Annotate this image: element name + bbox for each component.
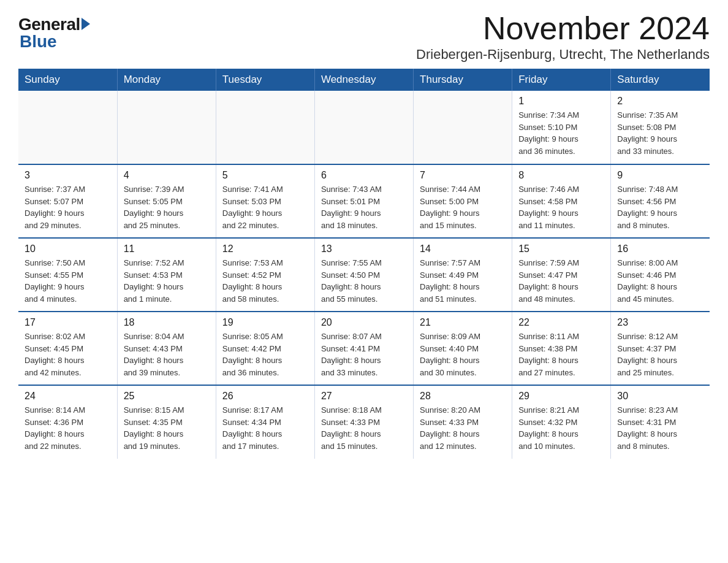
day-number: 28 <box>420 391 506 402</box>
day-number: 26 <box>222 391 308 402</box>
calendar-cell: 7Sunrise: 7:44 AMSunset: 5:00 PMDaylight… <box>414 164 512 238</box>
calendar-cell: 29Sunrise: 8:21 AMSunset: 4:32 PMDayligh… <box>512 385 611 459</box>
calendar-cell: 16Sunrise: 8:00 AMSunset: 4:46 PMDayligh… <box>611 238 710 312</box>
calendar-cell: 14Sunrise: 7:57 AMSunset: 4:49 PMDayligh… <box>414 238 512 312</box>
day-info: Sunrise: 8:15 AMSunset: 4:35 PMDaylight:… <box>124 404 210 452</box>
day-number: 23 <box>617 317 703 328</box>
day-number: 24 <box>25 391 111 402</box>
day-info: Sunrise: 7:48 AMSunset: 4:56 PMDaylight:… <box>617 183 703 231</box>
month-title: November 2024 <box>416 12 710 44</box>
day-info: Sunrise: 7:46 AMSunset: 4:58 PMDaylight:… <box>518 183 604 231</box>
weekday-header-monday: Monday <box>117 69 216 91</box>
day-number: 3 <box>25 170 111 181</box>
day-number: 17 <box>25 317 111 328</box>
day-info: Sunrise: 8:12 AMSunset: 4:37 PMDaylight:… <box>617 331 703 378</box>
day-number: 19 <box>222 317 308 328</box>
day-number: 18 <box>124 317 210 328</box>
calendar-cell: 13Sunrise: 7:55 AMSunset: 4:50 PMDayligh… <box>314 238 413 312</box>
calendar-cell: 18Sunrise: 8:04 AMSunset: 4:43 PMDayligh… <box>117 312 216 385</box>
calendar-cell: 27Sunrise: 8:18 AMSunset: 4:33 PMDayligh… <box>314 385 413 459</box>
day-number: 14 <box>420 243 506 255</box>
day-number: 27 <box>321 391 407 402</box>
calendar-cell: 8Sunrise: 7:46 AMSunset: 4:58 PMDaylight… <box>512 164 611 238</box>
day-number: 20 <box>321 317 407 328</box>
day-info: Sunrise: 8:21 AMSunset: 4:32 PMDaylight:… <box>518 404 604 452</box>
calendar-cell: 25Sunrise: 8:15 AMSunset: 4:35 PMDayligh… <box>117 385 216 459</box>
header: General Blue November 2024 Driebergen-Ri… <box>18 12 710 63</box>
day-info: Sunrise: 7:44 AMSunset: 5:00 PMDaylight:… <box>420 183 506 231</box>
calendar-cell: 21Sunrise: 8:09 AMSunset: 4:40 PMDayligh… <box>414 312 512 385</box>
calendar-cell: 23Sunrise: 8:12 AMSunset: 4:37 PMDayligh… <box>611 312 710 385</box>
day-info: Sunrise: 7:34 AMSunset: 5:10 PMDaylight:… <box>518 109 604 157</box>
day-number: 6 <box>321 170 407 181</box>
day-info: Sunrise: 8:05 AMSunset: 4:42 PMDaylight:… <box>222 331 308 378</box>
day-info: Sunrise: 8:02 AMSunset: 4:45 PMDaylight:… <box>25 331 111 378</box>
day-info: Sunrise: 7:35 AMSunset: 5:08 PMDaylight:… <box>617 109 703 157</box>
title-block: November 2024 Driebergen-Rijsenburg, Utr… <box>416 12 710 63</box>
calendar-week-row: 17Sunrise: 8:02 AMSunset: 4:45 PMDayligh… <box>18 312 710 385</box>
weekday-header-row: SundayMondayTuesdayWednesdayThursdayFrid… <box>18 69 710 91</box>
day-info: Sunrise: 8:14 AMSunset: 4:36 PMDaylight:… <box>25 404 111 452</box>
weekday-header-wednesday: Wednesday <box>314 69 413 91</box>
calendar-cell: 5Sunrise: 7:41 AMSunset: 5:03 PMDaylight… <box>216 164 314 238</box>
calendar-cell: 28Sunrise: 8:20 AMSunset: 4:33 PMDayligh… <box>414 385 512 459</box>
day-info: Sunrise: 7:50 AMSunset: 4:55 PMDaylight:… <box>25 257 111 305</box>
day-info: Sunrise: 8:23 AMSunset: 4:31 PMDaylight:… <box>617 404 703 452</box>
calendar-body: 1Sunrise: 7:34 AMSunset: 5:10 PMDaylight… <box>18 91 710 459</box>
day-info: Sunrise: 7:52 AMSunset: 4:53 PMDaylight:… <box>124 257 210 305</box>
calendar-cell: 9Sunrise: 7:48 AMSunset: 4:56 PMDaylight… <box>611 164 710 238</box>
day-info: Sunrise: 8:00 AMSunset: 4:46 PMDaylight:… <box>617 257 703 305</box>
day-number: 2 <box>617 96 703 107</box>
day-info: Sunrise: 8:04 AMSunset: 4:43 PMDaylight:… <box>124 331 210 378</box>
day-info: Sunrise: 8:09 AMSunset: 4:40 PMDaylight:… <box>420 331 506 378</box>
calendar-cell: 17Sunrise: 8:02 AMSunset: 4:45 PMDayligh… <box>18 312 117 385</box>
calendar-week-row: 24Sunrise: 8:14 AMSunset: 4:36 PMDayligh… <box>18 385 710 459</box>
day-number: 5 <box>222 170 308 181</box>
day-number: 9 <box>617 170 703 181</box>
calendar-week-row: 1Sunrise: 7:34 AMSunset: 5:10 PMDaylight… <box>18 91 710 164</box>
calendar-cell: 24Sunrise: 8:14 AMSunset: 4:36 PMDayligh… <box>18 385 117 459</box>
day-info: Sunrise: 7:59 AMSunset: 4:47 PMDaylight:… <box>518 257 604 305</box>
day-info: Sunrise: 7:41 AMSunset: 5:03 PMDaylight:… <box>222 183 308 231</box>
day-number: 29 <box>518 391 604 402</box>
calendar-cell: 4Sunrise: 7:39 AMSunset: 5:05 PMDaylight… <box>117 164 216 238</box>
weekday-header-sunday: Sunday <box>18 69 117 91</box>
weekday-header-thursday: Thursday <box>414 69 512 91</box>
calendar-cell: 3Sunrise: 7:37 AMSunset: 5:07 PMDaylight… <box>18 164 117 238</box>
calendar-cell <box>216 91 314 164</box>
day-info: Sunrise: 8:18 AMSunset: 4:33 PMDaylight:… <box>321 404 407 452</box>
calendar-cell: 26Sunrise: 8:17 AMSunset: 4:34 PMDayligh… <box>216 385 314 459</box>
calendar-header: SundayMondayTuesdayWednesdayThursdayFrid… <box>18 69 710 91</box>
calendar-table: SundayMondayTuesdayWednesdayThursdayFrid… <box>18 69 710 459</box>
day-number: 16 <box>617 243 703 255</box>
calendar-cell: 15Sunrise: 7:59 AMSunset: 4:47 PMDayligh… <box>512 238 611 312</box>
weekday-header-saturday: Saturday <box>611 69 710 91</box>
weekday-header-tuesday: Tuesday <box>216 69 314 91</box>
logo-triangle-icon <box>82 18 90 30</box>
day-number: 21 <box>420 317 506 328</box>
day-info: Sunrise: 7:39 AMSunset: 5:05 PMDaylight:… <box>124 183 210 231</box>
day-number: 25 <box>124 391 210 402</box>
calendar-cell <box>18 91 117 164</box>
calendar-cell: 22Sunrise: 8:11 AMSunset: 4:38 PMDayligh… <box>512 312 611 385</box>
day-number: 13 <box>321 243 407 255</box>
calendar-cell: 12Sunrise: 7:53 AMSunset: 4:52 PMDayligh… <box>216 238 314 312</box>
calendar-cell: 19Sunrise: 8:05 AMSunset: 4:42 PMDayligh… <box>216 312 314 385</box>
day-number: 11 <box>124 243 210 255</box>
day-number: 22 <box>518 317 604 328</box>
weekday-header-friday: Friday <box>512 69 611 91</box>
day-info: Sunrise: 8:07 AMSunset: 4:41 PMDaylight:… <box>321 331 407 378</box>
logo-blue-text: Blue <box>20 32 57 52</box>
logo: General Blue <box>18 12 90 52</box>
day-info: Sunrise: 7:43 AMSunset: 5:01 PMDaylight:… <box>321 183 407 231</box>
calendar-cell: 1Sunrise: 7:34 AMSunset: 5:10 PMDaylight… <box>512 91 611 164</box>
calendar-cell: 20Sunrise: 8:07 AMSunset: 4:41 PMDayligh… <box>314 312 413 385</box>
calendar-cell: 6Sunrise: 7:43 AMSunset: 5:01 PMDaylight… <box>314 164 413 238</box>
day-number: 12 <box>222 243 308 255</box>
day-info: Sunrise: 7:55 AMSunset: 4:50 PMDaylight:… <box>321 257 407 305</box>
day-info: Sunrise: 8:11 AMSunset: 4:38 PMDaylight:… <box>518 331 604 378</box>
location-subtitle: Driebergen-Rijsenburg, Utrecht, The Neth… <box>416 47 710 63</box>
day-number: 10 <box>25 243 111 255</box>
day-number: 4 <box>124 170 210 181</box>
day-info: Sunrise: 7:37 AMSunset: 5:07 PMDaylight:… <box>25 183 111 231</box>
